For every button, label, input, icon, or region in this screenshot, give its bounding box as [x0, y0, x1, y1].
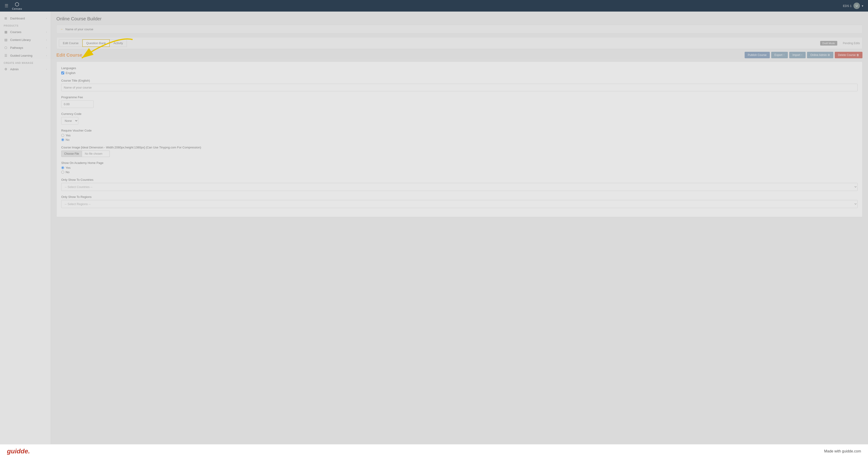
- choose-file-button[interactable]: Choose File: [61, 150, 82, 157]
- sidebar-item-label: Content Library: [10, 38, 31, 41]
- sidebar-item-pathways[interactable]: ⬡ Pathways ›: [0, 44, 51, 52]
- sidebar-item-admin[interactable]: ⚙ Admin ›: [0, 65, 51, 73]
- course-image-label: Course Image [Ideal Dimension - Width:20…: [61, 146, 858, 149]
- edit-course-title: Edit Course: [56, 53, 82, 58]
- breadcrumb-text: Name of your course: [65, 28, 93, 31]
- breadcrumb: ← Name of your course: [56, 25, 863, 33]
- regions-group: Only Show To Regions -- Select Regions -…: [61, 195, 858, 208]
- content-library-icon: ▤: [4, 38, 8, 41]
- course-editor-wrapper: Edit Course Question Bank Activity Draft…: [56, 37, 863, 217]
- file-name-display: No file chosen: [82, 150, 110, 157]
- products-section-label: PRODUCTS: [0, 22, 51, 28]
- main-content: Online Course Builder ← Name of your cou…: [51, 11, 868, 444]
- footer-tagline: Made with guidde.com: [824, 449, 861, 453]
- guided-learning-icon: ☰: [4, 54, 8, 57]
- currency-code-select[interactable]: None: [61, 117, 78, 124]
- admin-icon: ⚙: [4, 67, 8, 71]
- sidebar-item-label: Guided Learning: [10, 54, 32, 57]
- countries-group: Only Show To Countries -- Select Countri…: [61, 178, 858, 191]
- top-nav: ☰ ⬡ Censeo EDS 1 U ▾: [0, 0, 868, 11]
- tabs-right-section: Draft Mode Pending Edits: [820, 41, 860, 46]
- footer-bar: guidde. Made with guidde.com: [0, 444, 868, 458]
- sidebar-item-dashboard[interactable]: ⊞ Dashboard ›: [0, 15, 51, 22]
- english-checkbox-row: English: [61, 71, 858, 75]
- programme-fee-input[interactable]: [61, 101, 94, 108]
- require-voucher-label: Require Voucher Code: [61, 129, 858, 132]
- tab-question-bank[interactable]: Question Bank: [82, 39, 110, 47]
- logo-icon: ⬡: [15, 1, 19, 7]
- regions-select[interactable]: -- Select Regions --: [61, 200, 858, 208]
- online-admin-button[interactable]: Online Admin ⚙: [807, 52, 833, 58]
- show-academy-group: Show On Academy Home Page Yes No: [61, 161, 858, 174]
- nav-left: ☰ ⬡ Censeo: [5, 1, 22, 10]
- academy-no-label: No: [66, 170, 69, 174]
- hamburger-icon[interactable]: ☰: [5, 3, 8, 8]
- file-input-wrapper: Choose File No file chosen: [61, 150, 858, 157]
- avatar[interactable]: U: [854, 3, 860, 9]
- sidebar-item-guided-learning[interactable]: ☰ Guided Learning ›: [0, 52, 51, 59]
- academy-yes-label: Yes: [66, 166, 70, 169]
- sidebar-item-label: Dashboard: [10, 17, 25, 20]
- course-title-input[interactable]: [61, 84, 858, 91]
- edit-course-header: Edit Course Publish Course Export ↑ Impo…: [56, 49, 863, 61]
- academy-yes-row: Yes: [61, 166, 858, 169]
- pending-edits-text: Pending Edits: [843, 41, 860, 45]
- sidebar-item-label: Pathways: [10, 46, 23, 50]
- create-manage-section-label: CREATE AND MANAGE: [0, 59, 51, 65]
- user-dropdown-icon[interactable]: ▾: [862, 4, 863, 8]
- sidebar-item-label: Admin: [10, 67, 19, 71]
- sidebar-item-label: Courses: [10, 30, 21, 34]
- chevron-right-icon: ›: [46, 17, 47, 20]
- nav-right: EDS 1 U ▾: [843, 3, 863, 9]
- publish-course-button[interactable]: Publish Course: [745, 52, 770, 58]
- page-title: Online Course Builder: [56, 16, 863, 22]
- courses-icon: ▦: [4, 30, 8, 34]
- currency-code-label: Currency Code: [61, 112, 858, 116]
- draft-mode-badge: Draft Mode: [820, 41, 837, 46]
- voucher-no-row: No: [61, 138, 858, 142]
- voucher-no-label: No: [66, 138, 69, 142]
- breadcrumb-back-icon[interactable]: ←: [60, 27, 64, 31]
- import-button[interactable]: Import ↑: [789, 52, 806, 58]
- pathways-icon: ⬡: [4, 46, 8, 50]
- chevron-right-icon: ›: [46, 46, 47, 49]
- course-title-label: Course Title (English): [61, 79, 858, 82]
- voucher-yes-row: Yes: [61, 134, 858, 137]
- sidebar-item-content-library[interactable]: ▤ Content Library ›: [0, 36, 51, 44]
- countries-select[interactable]: -- Select Countries --: [61, 183, 858, 191]
- course-image-group: Course Image [Ideal Dimension - Width:20…: [61, 146, 858, 157]
- delete-course-button[interactable]: Delete Course 🗑: [835, 52, 863, 58]
- languages-label: Languages: [61, 66, 858, 70]
- export-button[interactable]: Export ↑: [771, 52, 788, 58]
- footer-logo: guidde.: [7, 448, 30, 455]
- chevron-right-icon: ›: [46, 54, 47, 57]
- course-title-group: Course Title (English): [61, 79, 858, 91]
- currency-code-group: Currency Code None: [61, 112, 858, 124]
- voucher-yes-label: Yes: [66, 134, 70, 137]
- academy-no-row: No: [61, 170, 858, 174]
- languages-group: Languages English: [61, 66, 858, 75]
- tab-activity[interactable]: Activity: [110, 39, 127, 47]
- require-voucher-group: Require Voucher Code Yes No: [61, 129, 858, 142]
- action-buttons: Publish Course Export ↑ Import ↑ Online …: [745, 52, 863, 58]
- logo-text: Censeo: [12, 7, 22, 10]
- chevron-right-icon: ›: [46, 30, 47, 33]
- voucher-no-radio[interactable]: [61, 138, 64, 141]
- sidebar-item-courses[interactable]: ▦ Courses ›: [0, 28, 51, 36]
- app-layout: ⊞ Dashboard › PRODUCTS ▦ Courses › ▤ Con…: [0, 11, 868, 444]
- academy-yes-radio[interactable]: [61, 166, 64, 169]
- countries-label: Only Show To Countries: [61, 178, 858, 181]
- tab-edit-course[interactable]: Edit Course: [59, 39, 83, 47]
- academy-no-radio[interactable]: [61, 171, 64, 174]
- tabs-row: Edit Course Question Bank Activity Draft…: [56, 37, 863, 49]
- logo-container: ⬡ Censeo: [12, 1, 22, 10]
- show-academy-label: Show On Academy Home Page: [61, 161, 858, 165]
- user-label: EDS 1: [843, 4, 851, 8]
- regions-label: Only Show To Regions: [61, 195, 858, 199]
- chevron-right-icon: ›: [46, 68, 47, 70]
- programme-fee-group: Programme Fee: [61, 95, 858, 108]
- course-form: Languages English Course Title (English)…: [56, 61, 863, 217]
- dashboard-icon: ⊞: [4, 17, 8, 20]
- english-checkbox[interactable]: [61, 71, 64, 75]
- voucher-yes-radio[interactable]: [61, 134, 64, 137]
